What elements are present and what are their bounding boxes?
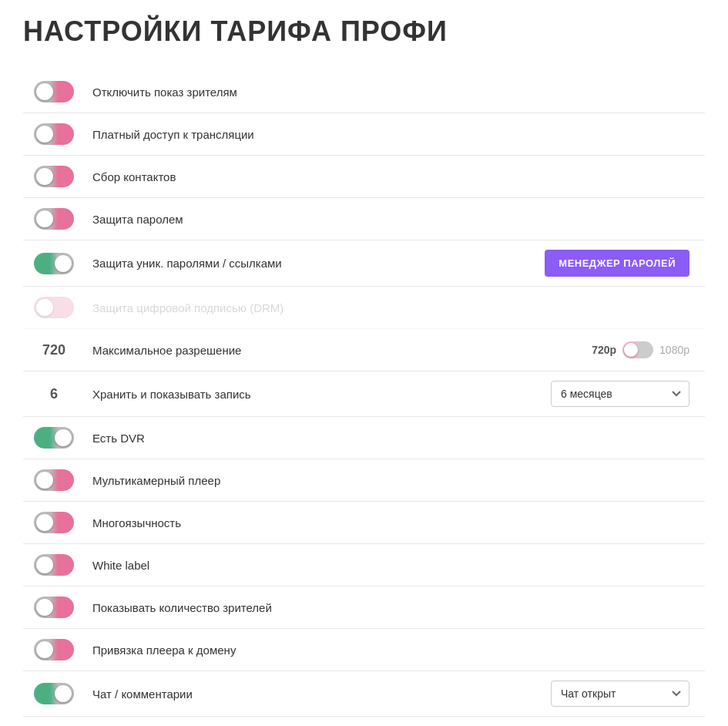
- setting-row-multilang: Многоязычность: [23, 502, 705, 544]
- setting-select-chat[interactable]: Чат открытЧат закрытБез чата: [551, 681, 689, 707]
- setting-label-disable-viewers: Отключить показ зрителям: [85, 86, 705, 99]
- settings-list: Отключить показ зрителям Платный доступ …: [23, 71, 705, 726]
- resolution-1080[interactable]: 1080р: [659, 344, 689, 356]
- setting-row-domain-binding: Привязка плеера к домену: [23, 629, 705, 671]
- setting-row-collect-contacts: Сбор контактов: [23, 156, 705, 198]
- title-suffix: ПРОФИ: [341, 15, 448, 47]
- toggle-area-dvr: [23, 427, 85, 449]
- setting-label-password-protect: Защита паролем: [85, 213, 705, 226]
- setting-row-drm-protect: Защита цифровой подписью (DRM): [23, 287, 705, 329]
- toggle-area-multicam: [23, 469, 85, 491]
- setting-label-drm-protect: Защита цифровой подписью (DRM): [85, 301, 705, 314]
- setting-select-store-record[interactable]: 6 месяцев1 месяц3 месяца12 месяцев: [551, 381, 689, 407]
- setting-label-store-record: Хранить и показывать запись: [85, 388, 551, 401]
- setting-control-max-resolution: 720р 1080р: [592, 341, 705, 358]
- setting-row-multicam: Мультикамерный плеер: [23, 459, 705, 502]
- setting-label-paid-access: Платный доступ к трансляции: [85, 128, 705, 141]
- toggle-area-password-protect: [23, 208, 85, 230]
- setting-control-unique-passwords: МЕНЕДЖЕР ПАРОЛЕЙ: [545, 250, 705, 277]
- setting-row-chat: Чат / комментарии Чат открытЧат закрытБе…: [23, 671, 705, 717]
- number-badge-store-record: 6: [34, 383, 74, 405]
- toggle-switch[interactable]: [34, 469, 74, 491]
- setting-row-store-record: 6 Хранить и показывать запись 6 месяцев1…: [23, 371, 705, 417]
- toggle-area-show-viewers-count: [23, 597, 85, 618]
- setting-label-white-label: White label: [85, 559, 705, 572]
- setting-label-multilang: Многоязычность: [85, 516, 705, 529]
- toggle-area-unique-passwords: [23, 253, 85, 274]
- setting-label-dvr: Есть DVR: [85, 432, 705, 445]
- toggle-area-store-record: 6: [23, 383, 85, 405]
- setting-label-max-resolution: Максимальное разрешение: [85, 344, 592, 357]
- toggle-area-paid-access: [23, 123, 85, 145]
- toggle-switch[interactable]: [34, 81, 74, 103]
- toggle-switch[interactable]: [34, 554, 74, 576]
- setting-row-unique-passwords: Защита уник. паролями / ссылками МЕНЕДЖЕ…: [23, 240, 705, 287]
- toggle-switch[interactable]: [34, 253, 74, 274]
- toggle-area-chat: [23, 683, 85, 704]
- page-title: НАСТРОЙКИ ТАРИФА ПРОФИ: [23, 15, 705, 48]
- setting-row-disable-viewers: Отключить показ зрителям: [23, 71, 705, 113]
- setting-row-dvr: Есть DVR: [23, 417, 705, 459]
- setting-row-max-resolution: 720 Максимальное разрешение 720р 1080р: [23, 329, 705, 371]
- setting-label-chat: Чат / комментарии: [85, 687, 551, 701]
- number-badge-max-resolution: 720: [34, 339, 74, 361]
- setting-row-password-protect: Защита паролем: [23, 198, 705, 240]
- toggle-area-disable-viewers: [23, 81, 85, 103]
- setting-label-collect-contacts: Сбор контактов: [85, 170, 705, 183]
- resolution-720[interactable]: 720р: [592, 344, 616, 356]
- setting-row-paid-access: Платный доступ к трансляции: [23, 113, 705, 156]
- toggle-switch[interactable]: [34, 512, 74, 533]
- setting-label-show-viewers-count: Показывать количество зрителей: [85, 601, 705, 614]
- setting-label-unique-passwords: Защита уник. паролями / ссылками: [85, 257, 545, 270]
- toggle-area-collect-contacts: [23, 166, 85, 187]
- setting-control-chat: Чат открытЧат закрытБез чата: [551, 681, 705, 707]
- toggle-switch[interactable]: [34, 683, 74, 704]
- password-manager-button[interactable]: МЕНЕДЖЕР ПАРОЛЕЙ: [545, 250, 689, 277]
- toggle-switch[interactable]: [34, 639, 74, 660]
- toggle-switch[interactable]: [34, 166, 74, 187]
- toggle-switch[interactable]: [34, 208, 74, 230]
- resolution-toggle[interactable]: [622, 341, 653, 358]
- setting-row-publish-channel: Публиковать на странице канала С момента…: [23, 717, 705, 726]
- setting-label-domain-binding: Привязка плеера к домену: [85, 644, 705, 657]
- setting-control-store-record: 6 месяцев1 месяц3 месяца12 месяцев: [551, 381, 705, 407]
- toggle-area-white-label: [23, 554, 85, 576]
- toggle-switch[interactable]: [34, 297, 74, 318]
- toggle-area-multilang: [23, 512, 85, 533]
- toggle-switch[interactable]: [34, 123, 74, 145]
- setting-row-show-viewers-count: Показывать количество зрителей: [23, 587, 705, 629]
- toggle-area-max-resolution: 720: [23, 339, 85, 361]
- toggle-switch[interactable]: [34, 597, 74, 618]
- title-prefix: НАСТРОЙКИ ТАРИФА: [23, 15, 341, 47]
- toggle-area-domain-binding: [23, 639, 85, 660]
- toggle-switch[interactable]: [34, 427, 74, 449]
- toggle-area-drm-protect: [23, 297, 85, 318]
- setting-row-white-label: White label: [23, 544, 705, 587]
- setting-label-multicam: Мультикамерный плеер: [85, 474, 705, 487]
- resolution-control: 720р 1080р: [592, 341, 689, 358]
